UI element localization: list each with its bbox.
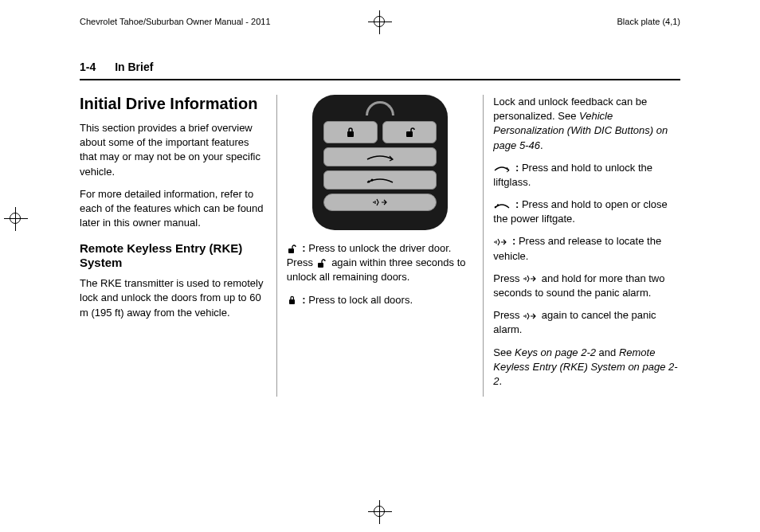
- text: See: [493, 346, 515, 358]
- page-number: 1-4: [80, 61, 96, 73]
- manual-title: Chevrolet Tahoe/Suburban Owner Manual - …: [80, 16, 271, 28]
- horn-icon: [523, 311, 537, 321]
- text: Press to lock all doors.: [308, 294, 413, 306]
- content-columns: Initial Drive Information This section p…: [80, 95, 680, 397]
- page-content: Chevrolet Tahoe/Suburban Owner Manual - …: [0, 0, 760, 532]
- rke-paragraph: The RKE transmitter is used to remotely …: [80, 276, 267, 320]
- text: Press: [493, 309, 523, 321]
- fob-unlock-button: [382, 121, 437, 143]
- registration-mark-bottom: [368, 500, 392, 524]
- unlock-instruction: : Press to unlock the driver door. Press…: [287, 241, 474, 285]
- svg-rect-0: [347, 131, 354, 137]
- lock-instruction: : Press to lock all doors.: [287, 293, 474, 307]
- section-name: In Brief: [115, 61, 153, 73]
- lock-icon: [287, 295, 298, 305]
- unlock-icon: [316, 259, 327, 268]
- column-1: Initial Drive Information This section p…: [80, 95, 277, 397]
- plate-info: Black plate (4,1): [617, 16, 680, 28]
- colon: :: [512, 162, 522, 174]
- svg-rect-5: [318, 263, 323, 268]
- unlock-icon: [287, 244, 298, 254]
- intro-paragraph-1: This section provides a brief overview a…: [80, 121, 267, 179]
- locate-instruction: : Press and release to locate the vehicl…: [493, 234, 680, 263]
- text: Press and release to locate the vehicle.: [493, 235, 661, 261]
- text: Lock and unlock feedback can be personal…: [493, 96, 647, 122]
- heading-rke: Remote Keyless Entry (RKE) System: [80, 241, 267, 270]
- horn-icon: [493, 237, 507, 247]
- svg-rect-4: [288, 248, 294, 253]
- fob-panic-button: [323, 194, 437, 211]
- text: and: [596, 346, 619, 358]
- svg-point-3: [371, 178, 374, 181]
- colon: :: [509, 235, 519, 247]
- column-3: Lock and unlock feedback can be personal…: [484, 95, 680, 397]
- print-header: Chevrolet Tahoe/Suburban Owner Manual - …: [80, 16, 680, 28]
- keyring-icon: [366, 101, 394, 115]
- liftglass-instruction: : Press and hold to unlock the liftglass…: [493, 161, 680, 190]
- feedback-paragraph: Lock and unlock feedback can be personal…: [493, 95, 680, 153]
- colon: :: [512, 198, 522, 210]
- fob-liftglass-button: [323, 147, 437, 166]
- svg-point-2: [368, 180, 370, 182]
- panic-instruction-1: Press and hold for more than two seconds…: [493, 272, 680, 300]
- svg-point-7: [495, 205, 496, 207]
- reference-link: Keys on page 2-2: [515, 346, 596, 358]
- svg-point-8: [497, 204, 499, 205]
- section-header: 1-4 In Brief: [80, 60, 680, 80]
- svg-rect-6: [289, 299, 295, 304]
- intro-paragraph-2: For more detailed information, refer to …: [80, 187, 267, 231]
- fob-liftgate-button: [323, 170, 437, 190]
- remote-keyfob-illustration: [312, 95, 448, 230]
- liftglass-icon: [493, 163, 511, 173]
- colon: :: [300, 242, 309, 254]
- see-references: See Keys on page 2-2 and Remote Keyless …: [493, 346, 680, 389]
- column-2: : Press to unlock the driver door. Press…: [277, 95, 484, 397]
- text: Press: [493, 272, 523, 284]
- colon: :: [300, 294, 309, 306]
- fob-lock-button: [323, 121, 378, 143]
- registration-mark-top: [368, 10, 392, 34]
- registration-mark-left: [4, 207, 28, 231]
- liftgate-icon: [493, 201, 511, 210]
- text: .: [499, 375, 503, 387]
- liftgate-instruction: : Press and hold to open or close the po…: [493, 198, 680, 226]
- panic-instruction-2: Press again to cancel the panic alarm.: [493, 308, 680, 337]
- text: .: [540, 139, 543, 151]
- svg-rect-1: [406, 131, 413, 137]
- heading-initial-drive: Initial Drive Information: [80, 95, 267, 113]
- horn-icon: [523, 274, 537, 284]
